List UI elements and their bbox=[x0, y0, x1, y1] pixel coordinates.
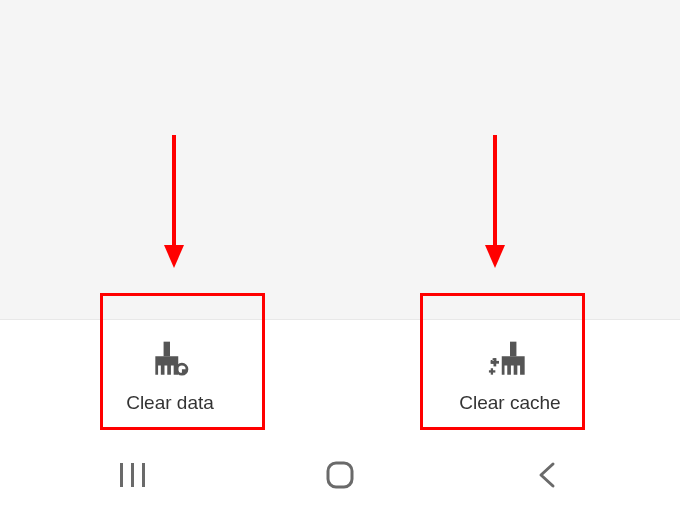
back-icon bbox=[537, 461, 557, 493]
annotation-arrow-right bbox=[480, 130, 510, 274]
svg-rect-1 bbox=[510, 342, 516, 357]
home-icon bbox=[325, 460, 355, 494]
svg-rect-3 bbox=[491, 361, 499, 364]
recents-icon bbox=[119, 463, 147, 491]
svg-rect-11 bbox=[131, 463, 134, 487]
broom-data-icon bbox=[148, 338, 192, 382]
broom-cache-icon bbox=[488, 338, 532, 382]
home-button[interactable] bbox=[280, 452, 400, 502]
svg-rect-5 bbox=[489, 370, 495, 372]
navigation-bar bbox=[0, 440, 680, 513]
clear-cache-label: Clear cache bbox=[459, 392, 560, 414]
svg-marker-7 bbox=[164, 245, 184, 268]
clear-data-button[interactable]: Clear data bbox=[70, 338, 270, 414]
clear-data-label: Clear data bbox=[126, 392, 214, 414]
clear-cache-button[interactable]: Clear cache bbox=[410, 338, 610, 414]
svg-marker-9 bbox=[485, 245, 505, 268]
svg-rect-12 bbox=[142, 463, 145, 487]
action-row: Clear data Clear cache bbox=[0, 319, 680, 440]
svg-rect-10 bbox=[120, 463, 123, 487]
annotation-arrow-left bbox=[159, 130, 189, 274]
back-button[interactable] bbox=[487, 452, 607, 502]
svg-rect-0 bbox=[164, 342, 170, 357]
svg-rect-13 bbox=[328, 463, 352, 487]
recents-button[interactable] bbox=[73, 452, 193, 502]
